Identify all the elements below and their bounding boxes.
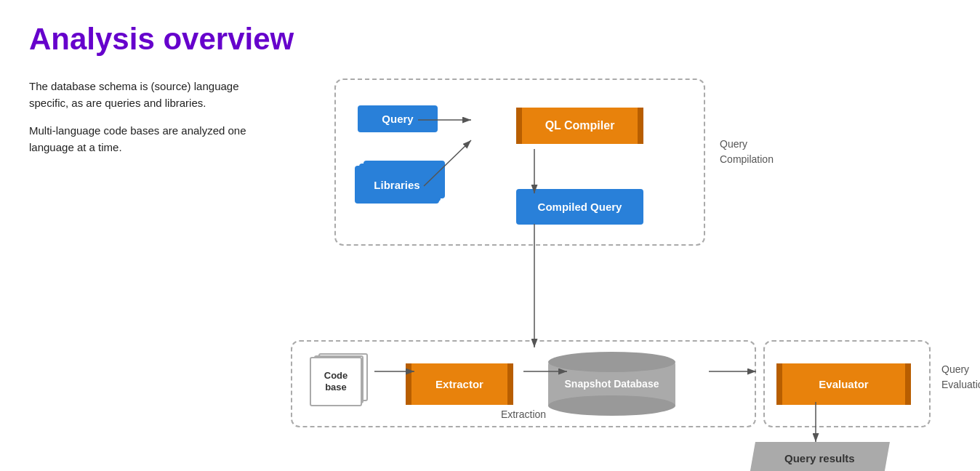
query-compilation-box: Query Libraries QL Compiler Compiled Que [334, 78, 705, 246]
description-2: Multi-language code bases are analyzed o… [29, 123, 276, 156]
query-results-block: Query results [750, 442, 890, 471]
compiled-query-block: Compiled Query [516, 189, 643, 225]
compilation-section-label: QueryCompilation [720, 137, 774, 167]
snapshot-db-label: Snapshot Database [565, 378, 659, 390]
diagram-area: Query Libraries QL Compiler Compiled Que [291, 71, 951, 442]
left-description: The database schema is (source) language… [29, 71, 276, 167]
codebase-stack: Code base [307, 357, 371, 411]
extraction-section-label: Extraction [501, 408, 546, 420]
snapshot-db: Snapshot Database [548, 352, 675, 416]
ql-compiler-block: QL Compiler [516, 108, 643, 144]
evaluation-section-label: QueryEvaluation [941, 362, 980, 392]
evaluation-box: Evaluator [763, 340, 931, 427]
page-title: Analysis overview [29, 22, 951, 57]
evaluator-block: Evaluator [776, 363, 911, 405]
page-container: Analysis overview The database schema is… [0, 0, 980, 471]
query-block: Query [358, 105, 438, 132]
libraries-block: Libraries [350, 166, 452, 209]
description-1: The database schema is (source) language… [29, 78, 276, 111]
extraction-box: Code base Extractor [291, 340, 756, 427]
extractor-block: Extractor [406, 363, 513, 405]
